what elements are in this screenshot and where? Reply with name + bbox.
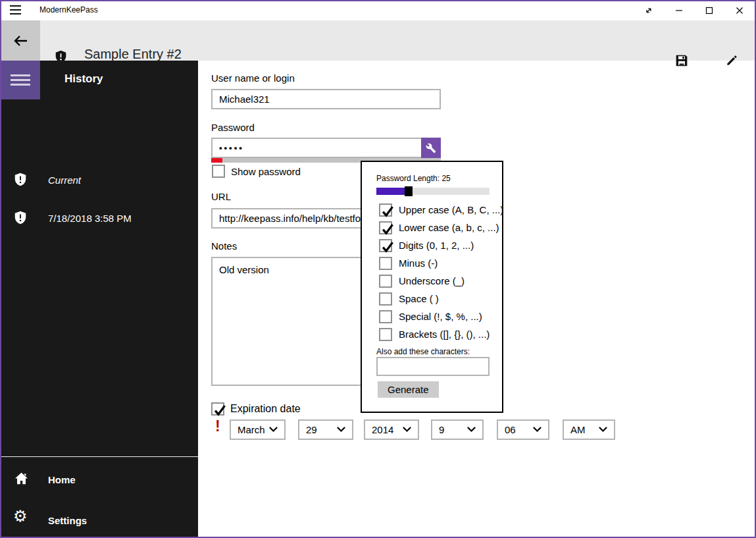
back-button[interactable] xyxy=(0,20,40,61)
slider-fill xyxy=(376,188,405,195)
option-label: Space ( ) xyxy=(399,293,439,304)
option-label: Digits (0, 1, 2, ...) xyxy=(399,240,474,251)
space-checkbox[interactable] xyxy=(379,292,392,306)
minute-dropdown[interactable]: 06 xyxy=(497,419,549,440)
option-special: Special (!, $, %, ...) xyxy=(379,309,482,323)
maximize-button[interactable] xyxy=(694,1,724,20)
username-input[interactable]: Michael321 xyxy=(211,89,441,109)
month-dropdown[interactable]: March xyxy=(230,419,286,440)
hamburger-icon[interactable] xyxy=(10,5,21,14)
checkmark-icon xyxy=(380,240,395,254)
url-label: URL xyxy=(211,191,231,202)
slider-thumb[interactable] xyxy=(405,186,413,196)
option-label: Lower case (a, b, c, ...) xyxy=(399,222,499,233)
password-strength-fill xyxy=(211,158,222,163)
history-item-current[interactable]: Current xyxy=(0,171,198,200)
option-label: Brackets ([], {}, (), ...) xyxy=(399,329,490,340)
chevron-down-icon xyxy=(599,427,607,433)
password-input[interactable]: ••••• xyxy=(211,138,441,158)
chevron-down-icon xyxy=(337,427,345,433)
notes-label: Notes xyxy=(211,240,237,252)
fullscreen-icon xyxy=(644,6,653,15)
gear-icon: ⚙ xyxy=(13,507,28,525)
notes-value: Old version xyxy=(219,264,269,275)
option-brackets: Brackets ([], {}, (), ...) xyxy=(379,327,490,341)
custom-characters-input[interactable] xyxy=(376,357,490,376)
chevron-down-icon xyxy=(467,427,476,433)
digits-checkbox[interactable] xyxy=(379,239,392,252)
option-label: Underscore (_) xyxy=(399,275,465,286)
option-minus: Minus (-) xyxy=(379,256,438,270)
history-item-label: Current xyxy=(48,175,81,186)
history-item-label: 7/18/2018 3:58 PM xyxy=(48,213,132,224)
fullscreen-button[interactable] xyxy=(634,1,664,20)
edit-pencil-icon xyxy=(725,54,738,67)
brackets-checkbox[interactable] xyxy=(379,328,392,341)
close-button[interactable] xyxy=(724,1,755,20)
hour-dropdown[interactable]: 9 xyxy=(431,419,484,440)
save-button[interactable] xyxy=(674,53,690,68)
show-password-checkbox[interactable] xyxy=(212,165,225,178)
nav-menu-button[interactable] xyxy=(0,61,40,99)
year-value: 2014 xyxy=(372,424,393,435)
option-label: Minus (-) xyxy=(399,257,438,269)
app-title: ModernKeePass xyxy=(39,0,98,20)
minimize-icon xyxy=(675,7,683,14)
save-icon xyxy=(675,54,688,67)
sidebar-item-settings[interactable]: ⚙ Settings xyxy=(0,511,198,538)
option-upper-case: Upper case (A, B, C, ...) xyxy=(379,203,503,217)
titlebar: ModernKeePass xyxy=(0,0,756,20)
also-add-label: Also add these characters: xyxy=(376,347,470,356)
password-length-slider[interactable] xyxy=(376,188,490,195)
expiration-label: Expiration date xyxy=(230,403,301,415)
edit-button[interactable] xyxy=(724,53,740,68)
password-generator-button[interactable] xyxy=(421,138,441,158)
shield-icon xyxy=(14,173,26,186)
show-password-row: Show password xyxy=(212,165,301,178)
shield-icon xyxy=(14,211,26,225)
upper-case-checkbox[interactable] xyxy=(379,203,392,217)
ampm-dropdown[interactable]: AM xyxy=(563,419,615,440)
url-value: http://keepass.info/help/kb/testfo xyxy=(219,213,361,224)
expiration-row: Expiration date xyxy=(211,402,301,416)
home-icon xyxy=(14,472,28,485)
app-window: ModernKeePass xyxy=(0,0,756,538)
day-dropdown[interactable]: 29 xyxy=(298,419,353,440)
sidebar-item-home[interactable]: Home xyxy=(0,470,198,499)
history-item-dated[interactable]: 7/18/2018 3:58 PM xyxy=(0,209,198,238)
month-value: March xyxy=(238,424,265,435)
lower-case-checkbox[interactable] xyxy=(379,221,392,234)
chevron-down-icon xyxy=(269,427,278,433)
generate-button[interactable]: Generate xyxy=(378,381,439,398)
sidebar-item-label: Home xyxy=(48,474,76,485)
option-label: Upper case (A, B, C, ...) xyxy=(399,204,503,215)
minus-checkbox[interactable] xyxy=(379,257,392,270)
close-icon xyxy=(736,7,743,14)
option-digits: Digits (0, 1, 2, ...) xyxy=(379,238,474,252)
checkmark-icon xyxy=(380,222,395,236)
expired-alert-icon: ! xyxy=(215,417,220,435)
ampm-value: AM xyxy=(570,424,586,435)
hour-value: 9 xyxy=(439,424,444,435)
password-length-label: Password Length: 25 xyxy=(376,174,451,183)
year-dropdown[interactable]: 2014 xyxy=(364,419,419,440)
minute-value: 06 xyxy=(505,424,516,435)
sidebar-divider xyxy=(0,456,198,457)
nav-hamburger-icon xyxy=(11,74,30,86)
option-space: Space ( ) xyxy=(379,292,439,306)
special-checkbox[interactable] xyxy=(379,310,392,323)
expiration-checkbox[interactable] xyxy=(211,402,224,416)
checkmark-icon xyxy=(213,403,227,417)
back-arrow-icon xyxy=(13,34,28,47)
entry-header: Sample Entry #2 sample xyxy=(0,20,756,61)
password-value: ••••• xyxy=(219,143,244,153)
username-label: User name or login xyxy=(211,72,295,84)
chevron-down-icon xyxy=(533,427,542,433)
minimize-button[interactable] xyxy=(664,1,694,20)
password-generator-popup: Password Length: 25 Upper case (A, B, C,… xyxy=(361,161,503,413)
option-lower-case: Lower case (a, b, c, ...) xyxy=(379,221,499,234)
history-heading: History xyxy=(64,72,103,86)
underscore-checkbox[interactable] xyxy=(379,275,392,288)
option-label: Special (!, $, %, ...) xyxy=(399,311,482,322)
checkmark-icon xyxy=(380,204,395,219)
